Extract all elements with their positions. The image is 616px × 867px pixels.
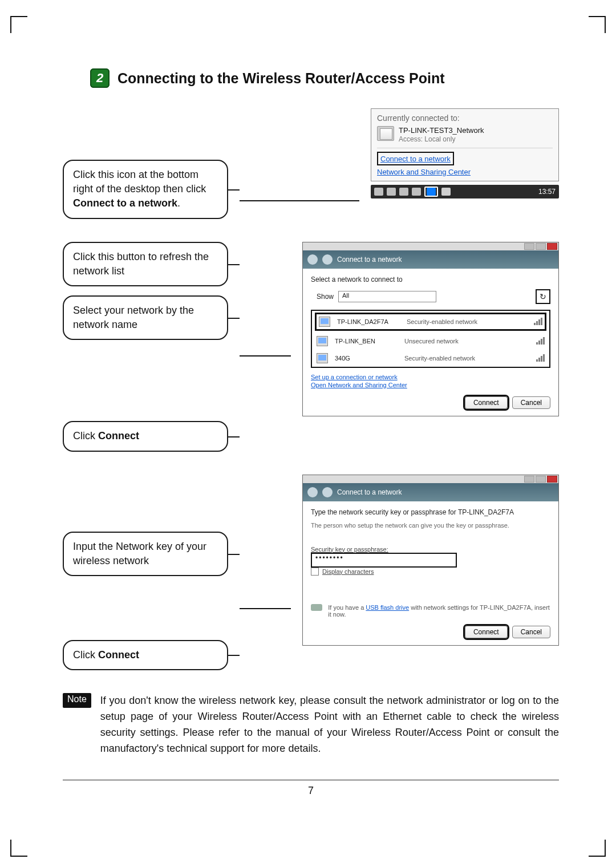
dialog-title: Connect to a network	[337, 256, 402, 264]
tray-icon	[387, 188, 396, 196]
passphrase-dialog: Connect to a network Type the network se…	[302, 475, 559, 646]
callout-refresh: Click this button to refresh the network…	[63, 242, 228, 286]
display-characters-checkbox[interactable]: Display characters	[311, 568, 550, 576]
section-heading: 2 Connecting to the Wireless Router/Acce…	[90, 68, 559, 88]
icon-glyph	[322, 487, 333, 497]
callout-text: Click	[73, 649, 98, 661]
home-icon	[377, 126, 394, 141]
connect-button[interactable]: Connect	[465, 626, 508, 638]
tray-icon	[399, 188, 408, 196]
signal-strength-icon	[534, 318, 542, 325]
usb-hint-pre: If you have a	[328, 604, 366, 611]
crop-mark-br	[589, 840, 606, 857]
focused-tray-area	[424, 187, 438, 197]
note-tag: Note	[63, 693, 91, 708]
computer-icon	[317, 353, 328, 363]
close-button[interactable]	[547, 476, 557, 483]
minimize-button[interactable]	[524, 476, 534, 483]
callout-text: Click	[73, 430, 98, 441]
section-title: Connecting to the Wireless Router/Access…	[117, 70, 445, 87]
connect-to-network-link[interactable]: Connect to a network	[380, 155, 451, 163]
usb-flash-drive-link[interactable]: USB flash drive	[366, 604, 409, 611]
minimize-button[interactable]	[524, 243, 534, 250]
crop-mark-tl	[10, 16, 27, 33]
connect-button[interactable]: Connect	[465, 396, 508, 409]
show-label: Show	[317, 293, 334, 301]
crop-mark-tr	[589, 16, 606, 33]
network-name: TP-LINK_BEN	[335, 338, 398, 345]
cancel-button[interactable]: Cancel	[512, 396, 550, 409]
network-select-dialog: Connect to a network Select a network to…	[302, 242, 559, 416]
callout-bold: Connect	[98, 649, 139, 661]
computer-icon	[319, 317, 330, 327]
callout-period: .	[177, 197, 180, 209]
open-sharing-center-link[interactable]: Open Network and Sharing Center	[311, 382, 550, 388]
dialog-titlebar	[303, 475, 558, 483]
callout-click-connect-1: Click Connect	[63, 421, 228, 451]
tray-clock: 13:57	[538, 188, 556, 196]
security-key-value: ••••••••	[315, 554, 344, 562]
connector-line	[240, 200, 359, 201]
network-item[interactable]: 340G Security-enabled network	[317, 353, 545, 363]
passphrase-prompt: Type the network security key or passphr…	[311, 508, 550, 516]
current-network-name: TP-LINK-TEST3_Network	[399, 126, 484, 135]
network-and-sharing-center-link[interactable]: Network and Sharing Center	[377, 168, 553, 176]
connect-to-network-highlight: Connect to a network	[377, 152, 454, 165]
note-block: Note If you don't know the wireless netw…	[63, 693, 559, 757]
callout-select-network: Select your network by the network name	[63, 295, 228, 340]
callout-input-key: Input the Network key of your wireless n…	[63, 532, 228, 576]
step-number-badge: 2	[90, 68, 110, 88]
close-button[interactable]	[547, 243, 557, 250]
maximize-button[interactable]	[536, 476, 546, 483]
usb-hint: If you have a USB flash drive with netwo…	[328, 604, 550, 618]
network-item[interactable]: TP-LINK_BEN Unsecured network	[317, 336, 545, 346]
crop-mark-bl	[10, 840, 27, 857]
callout-tray-instruction: Click this icon at the bottom right of t…	[63, 160, 228, 219]
callout-bold: Connect to a network	[73, 197, 177, 209]
passphrase-hint: The person who setup the network can giv…	[311, 522, 550, 529]
tray-icon	[412, 188, 421, 196]
volume-tray-icon[interactable]	[441, 188, 451, 196]
security-key-label: Security key or passphrase:	[311, 546, 550, 553]
security-key-input[interactable]: ••••••••	[311, 553, 457, 568]
callout-click-connect-2: Click Connect	[63, 640, 228, 670]
back-button-icon[interactable]	[307, 254, 318, 265]
network-name: 340G	[335, 355, 398, 362]
refresh-button[interactable]: ↻	[536, 289, 550, 304]
network-security: Security-enabled network	[404, 355, 507, 362]
network-security: Security-enabled network	[407, 318, 509, 325]
popup-header: Currently connected to:	[377, 114, 553, 123]
signal-strength-icon	[536, 354, 545, 362]
network-name: TP-LINK_DA2F7A	[337, 318, 400, 325]
note-text: If you don't know the wireless network k…	[100, 693, 559, 757]
network-tray-icon[interactable]	[427, 188, 436, 196]
display-characters-label: Display characters	[322, 568, 374, 575]
page-number: 7	[63, 785, 559, 797]
connector-line	[240, 355, 291, 356]
connector-line	[240, 608, 291, 609]
footer-rule	[63, 780, 559, 780]
computer-icon	[317, 336, 328, 346]
refresh-icon: ↻	[540, 292, 546, 301]
dialog-titlebar	[303, 242, 558, 250]
signal-strength-icon	[536, 337, 545, 345]
dialog-header: Connect to a network	[303, 483, 558, 501]
maximize-button[interactable]	[536, 243, 546, 250]
icon-glyph	[322, 254, 333, 265]
network-security: Unsecured network	[404, 338, 507, 345]
tray-popup: Currently connected to: TP-LINK-TEST3_Ne…	[371, 108, 559, 181]
tray-icon	[374, 188, 383, 196]
dialog-prompt: Select a network to connect to	[311, 276, 550, 283]
network-item[interactable]: TP-LINK_DA2F7A Security-enabled network	[317, 314, 545, 329]
dialog-header: Connect to a network	[303, 250, 558, 269]
setup-connection-link[interactable]: Set up a connection or network	[311, 374, 550, 380]
show-filter-select[interactable]: All	[338, 291, 436, 302]
checkbox-icon	[311, 568, 319, 576]
back-button-icon[interactable]	[307, 487, 318, 497]
network-list: TP-LINK_DA2F7A Security-enabled network …	[311, 310, 550, 368]
cancel-button[interactable]: Cancel	[512, 626, 550, 638]
current-network-access: Access: Local only	[399, 135, 484, 143]
system-tray: 13:57	[371, 185, 559, 198]
dialog-title: Connect to a network	[337, 488, 402, 496]
callout-text: Click this icon at the bottom right of t…	[73, 169, 206, 195]
